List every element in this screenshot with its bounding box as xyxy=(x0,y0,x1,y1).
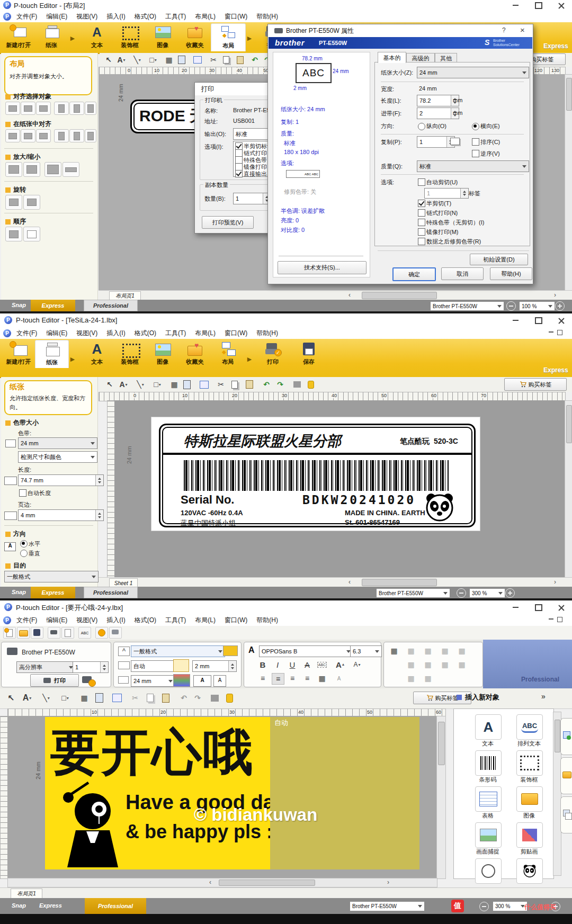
sheet-tab[interactable]: Sheet 1 xyxy=(109,578,138,587)
cut-tool[interactable]: ✂ xyxy=(208,55,219,65)
minimize-button[interactable] xyxy=(504,600,526,614)
fit-icon[interactable] xyxy=(173,659,189,672)
rotate-right-button[interactable] xyxy=(23,195,40,210)
zoom-out-icon[interactable] xyxy=(457,588,466,598)
scroll-left-icon[interactable]: ‹ xyxy=(209,878,211,886)
justify-button[interactable]: ≡ xyxy=(301,673,313,684)
bring-front-button[interactable] xyxy=(5,227,22,241)
vertical-radio[interactable] xyxy=(20,550,28,557)
toolbar-save[interactable]: 保存 xyxy=(292,340,325,367)
label-team[interactable]: 蓝星中国特派小组 xyxy=(181,518,236,528)
scroll-right-icon[interactable]: › xyxy=(554,291,556,299)
quantity-stepper[interactable]: 1 xyxy=(233,193,271,204)
undo-tool[interactable]: ↶ xyxy=(261,379,272,390)
menu-format[interactable]: 格式(O) xyxy=(135,329,156,338)
toolbar-new-open[interactable]: 新建/打开 xyxy=(1,340,36,367)
scroll-right-icon[interactable]: › xyxy=(387,878,389,886)
margin-stepper[interactable]: 2 mm xyxy=(192,660,237,672)
serial-value[interactable]: BDKW20241020 xyxy=(302,493,416,507)
collapse-icon[interactable]: » xyxy=(541,692,546,701)
special-tape-checkbox2[interactable] xyxy=(418,219,425,226)
tape-unprinted-area[interactable]: 自动 xyxy=(270,717,419,869)
zoom-out-icon[interactable] xyxy=(479,902,489,911)
align-center-button[interactable]: ≡ xyxy=(272,673,284,685)
portrait-radio[interactable] xyxy=(418,123,425,130)
papersize-dropdown[interactable]: 24 mm xyxy=(417,67,529,78)
paste-tool[interactable] xyxy=(234,55,246,65)
purpose-dropdown[interactable]: 一般格式 xyxy=(4,571,99,582)
menu-format[interactable]: 格式(O) xyxy=(135,12,156,21)
autocut-stepper[interactable]: 1 xyxy=(424,188,469,199)
toolbar-favorites[interactable]: ♥ 收藏夹 xyxy=(178,23,212,51)
professional-tab[interactable]: Professional xyxy=(84,587,138,598)
sheet-tab[interactable]: 布局页1 xyxy=(109,291,141,300)
object-tool[interactable] xyxy=(181,379,193,390)
align-middle-button[interactable] xyxy=(69,102,84,115)
professional-tab[interactable]: Professional xyxy=(84,300,138,311)
print-setup-tool[interactable] xyxy=(198,379,210,390)
copies-stepper[interactable]: 1 xyxy=(73,661,109,673)
horizontal-text-icon[interactable]: A xyxy=(193,675,211,687)
express-tab[interactable]: Express xyxy=(31,587,75,598)
detect-size-dropdown[interactable]: 检测尺寸和颜色 xyxy=(18,451,97,463)
rotate-left-button[interactable] xyxy=(5,195,22,210)
grow-font-button[interactable]: A▾ xyxy=(334,659,346,670)
snap-label[interactable]: Snap xyxy=(12,902,26,909)
cancel-button[interactable]: 取消 xyxy=(441,267,484,280)
text-tool[interactable]: A▾ xyxy=(115,55,127,65)
default-settings-button[interactable]: 初始设置(D) xyxy=(470,254,528,265)
insert-arrange-text-item[interactable]: ABC xyxy=(516,714,543,740)
toolbar-text[interactable]: A 文本 xyxy=(81,340,113,367)
close-icon[interactable]: × xyxy=(520,25,525,34)
paste-tool[interactable] xyxy=(160,693,172,703)
menu-tools[interactable]: 工具(T) xyxy=(165,616,186,625)
menu-view[interactable]: 视图(V) xyxy=(76,12,97,21)
design-canvas-3[interactable]: 24 mm 要开心哦 Have a good day & be happy pl… xyxy=(7,716,436,878)
direct-output-checkbox[interactable] xyxy=(235,170,243,177)
sheet-tab[interactable]: 布局页1 xyxy=(11,889,42,899)
menu-layout[interactable]: 布局(L) xyxy=(195,616,216,625)
paper-align-center-button[interactable] xyxy=(21,129,35,142)
design-canvas-2[interactable]: 24 mm 特斯拉星际联盟火星分部 笔点酷玩 520-3C Serial No.… xyxy=(114,400,565,577)
insert-screencap-item[interactable] xyxy=(475,822,502,848)
side-tab-favorites[interactable] xyxy=(560,757,572,794)
trim-after-checkbox[interactable] xyxy=(418,238,425,245)
redo-tool[interactable]: ↷ xyxy=(274,379,286,390)
toolbar-print[interactable]: ✓ 打印 xyxy=(256,340,289,367)
menu-insert[interactable]: 插入(I) xyxy=(106,12,125,21)
align-left-button[interactable] xyxy=(5,102,20,115)
undo-tool[interactable]: ↶ xyxy=(249,55,261,65)
close-button[interactable] xyxy=(550,600,572,614)
reverse-checkbox[interactable] xyxy=(472,150,479,157)
chain-checkbox[interactable] xyxy=(418,209,425,217)
panda-icon[interactable] xyxy=(424,492,455,523)
select-tool[interactable]: ↖ xyxy=(103,55,114,65)
print-button-small[interactable] xyxy=(48,627,60,639)
open-button[interactable] xyxy=(17,627,30,639)
helper-button[interactable] xyxy=(95,627,108,639)
zoom-level[interactable]: 300 % xyxy=(469,588,505,598)
zoom-level[interactable]: 300 % xyxy=(493,901,528,911)
distribute1-icon[interactable]: ▦ xyxy=(405,645,417,656)
paper-align-bottom-button[interactable] xyxy=(85,129,96,142)
collate-checkbox[interactable] xyxy=(472,138,479,146)
menu-insert[interactable]: 插入(I) xyxy=(106,329,125,338)
fill-tool[interactable] xyxy=(305,379,317,390)
layout2-icon[interactable]: ▦ xyxy=(422,659,434,670)
fit-width-button[interactable] xyxy=(44,162,61,177)
landscape-radio[interactable] xyxy=(472,123,479,130)
menu-view[interactable]: 视图(V) xyxy=(76,329,97,338)
menu-window[interactable]: 窗口(W) xyxy=(225,12,247,21)
snap-label[interactable]: Snap xyxy=(12,302,26,308)
big-text[interactable]: 要开心哦 xyxy=(50,719,254,786)
distribute4-icon[interactable]: ▦ xyxy=(456,645,468,656)
cut-tool[interactable]: ✂ xyxy=(215,379,227,390)
tape-width-dropdown[interactable]: 24 mm xyxy=(131,675,175,687)
vertical-scrollbar-1[interactable] xyxy=(565,74,572,291)
menu-format[interactable]: 格式(O) xyxy=(135,616,156,625)
props-tool[interactable] xyxy=(291,379,303,390)
scroll-right-icon[interactable]: › xyxy=(554,578,556,586)
ok-button[interactable]: 确定 xyxy=(392,267,436,281)
conductor-figure[interactable] xyxy=(55,779,126,867)
label-object[interactable]: 特斯拉星际联盟火星分部 笔点酷玩 520-3C Serial No. BDKW2… xyxy=(159,424,476,527)
